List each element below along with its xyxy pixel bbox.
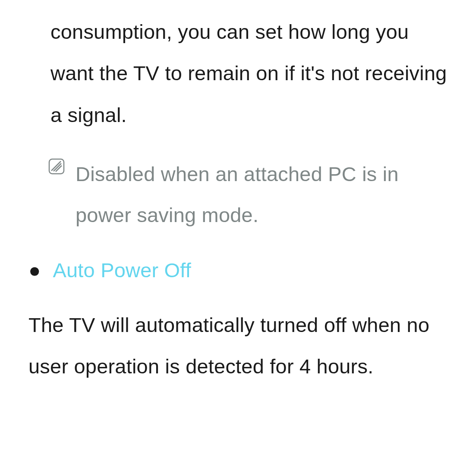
no-signal-description: consumption, you can set how long you wa… bbox=[50, 11, 453, 136]
note-icon bbox=[48, 158, 65, 175]
auto-power-off-body: The TV will automatically turned off whe… bbox=[28, 304, 453, 388]
note-text: Disabled when an attached PC is in power… bbox=[76, 154, 453, 236]
note-row: Disabled when an attached PC is in power… bbox=[50, 154, 453, 236]
auto-power-off-section: ● Auto Power Off The TV will automatical… bbox=[28, 254, 453, 388]
svg-rect-0 bbox=[49, 159, 64, 174]
document-content: consumption, you can set how long you wa… bbox=[0, 0, 466, 388]
auto-power-off-heading: Auto Power Off bbox=[53, 254, 191, 286]
bullet-icon: ● bbox=[28, 254, 41, 286]
bullet-row: ● Auto Power Off bbox=[28, 254, 453, 286]
